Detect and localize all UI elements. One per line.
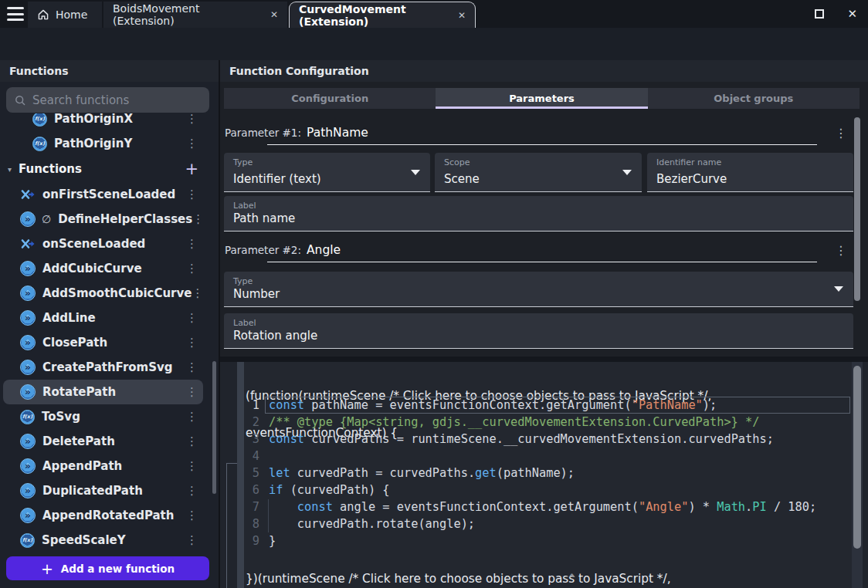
- event-drag-handle[interactable]: [237, 362, 244, 588]
- function-item-tosvg[interactable]: f(x)ToSvg⋮: [3, 404, 203, 429]
- item-menu-button[interactable]: ⋮: [186, 137, 197, 150]
- javascript-code-event[interactable]: (function(runtimeScene /* Click here to …: [244, 362, 852, 588]
- label-field-1[interactable]: Label Path name: [224, 196, 853, 231]
- close-tab-icon[interactable]: ✕: [458, 10, 466, 21]
- sidebar-scrollbar[interactable]: [212, 361, 216, 494]
- tab-parameters[interactable]: Parameters: [436, 88, 647, 109]
- item-menu-button[interactable]: ⋮: [186, 484, 197, 498]
- code-line-6[interactable]: 6if (curvedPath) {: [244, 482, 852, 498]
- parameter-1-menu-button[interactable]: ⋮: [835, 126, 847, 140]
- tab-label: Configuration: [291, 93, 368, 104]
- tab-curvedmovement-active[interactable]: CurvedMovement (Extension) ✕: [289, 2, 476, 28]
- code-line-4[interactable]: 4: [244, 448, 852, 465]
- function-label: onSceneLoaded: [42, 237, 145, 251]
- parameters-scrollbar[interactable]: [854, 117, 860, 301]
- close-window-button[interactable]: ✕: [847, 8, 857, 20]
- add-function-plus-button[interactable]: +: [185, 161, 198, 177]
- code-line-2[interactable]: 2/** @type {Map<string, gdjs.__curvedMov…: [244, 414, 852, 431]
- line-number: 6: [244, 483, 259, 497]
- code-footer[interactable]: })(runtimeScene /* Click here to choose …: [246, 548, 671, 588]
- label-field-2[interactable]: Label Rotation angle: [224, 313, 853, 349]
- search-input[interactable]: [32, 93, 202, 107]
- function-item-addcubiccurve[interactable]: »AddCubicCurve⋮: [3, 256, 203, 281]
- tab-configuration[interactable]: Configuration: [224, 88, 436, 109]
- function-item-createpathfromsvg[interactable]: »CreatePathFromSvg⋮: [3, 355, 203, 380]
- item-menu-button[interactable]: ⋮: [186, 336, 197, 350]
- collapse-arrow-icon[interactable]: ▾: [8, 165, 19, 174]
- action-function-icon: »: [20, 335, 36, 350]
- scope-select[interactable]: Scope Scene: [435, 153, 642, 192]
- functions-section-header[interactable]: ▾Functions+: [0, 156, 212, 182]
- item-menu-button[interactable]: ⋮: [186, 533, 197, 547]
- tab-label: Home: [56, 8, 87, 21]
- identifier-name-field[interactable]: Identifier name BezierCurve: [647, 153, 853, 192]
- function-item-onsceneloaded[interactable]: onSceneLoaded⋮: [3, 231, 203, 256]
- code-line-9[interactable]: 9}: [244, 532, 852, 549]
- type-select-1[interactable]: Type Identifier (text): [224, 153, 430, 192]
- parameter-2-menu-button[interactable]: ⋮: [835, 243, 847, 258]
- item-menu-button[interactable]: ⋮: [186, 509, 197, 522]
- main-menu-icon[interactable]: [7, 7, 24, 21]
- close-tab-icon[interactable]: ✕: [270, 9, 278, 20]
- parameter-2-heading: Parameter #2:Angle: [225, 243, 341, 257]
- function-item-pathoriginx[interactable]: f(x)PathOriginX⋮: [3, 113, 203, 131]
- function-item-closepath[interactable]: »ClosePath⋮: [3, 330, 203, 355]
- maximize-button[interactable]: [815, 9, 824, 19]
- code-text: }: [269, 534, 276, 548]
- item-menu-button[interactable]: ⋮: [186, 113, 197, 126]
- function-item-speedscaley[interactable]: f(x)SpeedScaleY⋮: [3, 528, 203, 553]
- function-item-duplicatedpath[interactable]: »DuplicatedPath⋮: [3, 478, 203, 503]
- tab-object-groups[interactable]: Object groups: [648, 88, 860, 109]
- add-function-label: Add a new function: [61, 563, 175, 575]
- function-item-rotatepath[interactable]: »RotatePath⋮: [3, 380, 203, 404]
- functions-panel-header: Functions: [0, 60, 219, 82]
- item-menu-button[interactable]: ⋮: [186, 434, 197, 448]
- field-value: Number: [233, 287, 280, 301]
- item-menu-button[interactable]: ⋮: [186, 385, 197, 399]
- expression-function-icon: f(x): [32, 137, 47, 151]
- function-item-definehelperclasses[interactable]: »∅DefineHelperClasses⋮: [3, 207, 203, 231]
- item-menu-button[interactable]: ⋮: [186, 262, 197, 275]
- tab-label: CurvedMovement (Extension): [299, 3, 452, 28]
- tab-home[interactable]: Home: [28, 2, 102, 28]
- code-text: const curvedPaths = runtimeScene.__curve…: [269, 432, 774, 446]
- field-label: Label: [233, 201, 256, 211]
- item-menu-button[interactable]: ⋮: [186, 459, 197, 473]
- item-menu-button[interactable]: ⋮: [186, 311, 197, 325]
- code-line-1[interactable]: 1const pathName = eventsFunctionContext.…: [244, 397, 852, 414]
- line-number: 9: [244, 534, 259, 548]
- function-item-pathoriginy[interactable]: f(x)PathOriginY⋮: [3, 131, 203, 156]
- code-scrollbar-thumb[interactable]: [853, 366, 861, 549]
- item-menu-button[interactable]: ⋮: [186, 237, 197, 251]
- gdevelop-window: Home BoidsMovement (Extension) ✕ CurvedM…: [0, 0, 868, 588]
- code-line-3[interactable]: 3const curvedPaths = runtimeScene.__curv…: [244, 431, 852, 448]
- item-menu-button[interactable]: ⋮: [186, 410, 197, 424]
- item-menu-button[interactable]: ⋮: [186, 188, 197, 201]
- parameter-name-input[interactable]: PathName: [307, 126, 368, 140]
- function-item-addline[interactable]: »AddLine⋮: [3, 306, 203, 330]
- tab-boidsmovement[interactable]: BoidsMovement (Extension) ✕: [103, 2, 287, 28]
- item-menu-button[interactable]: ⋮: [186, 360, 197, 374]
- field-label: Type: [233, 276, 253, 286]
- field-label: Identifier name: [656, 157, 721, 167]
- add-new-function-button[interactable]: + Add a new function: [6, 556, 209, 580]
- code-line-8[interactable]: 8 curvedPath.rotate(angle);: [244, 515, 852, 532]
- function-label: DeletePath: [42, 434, 115, 448]
- function-item-appendpath[interactable]: »AppendPath⋮: [3, 454, 203, 478]
- function-item-onfirstsceneloaded[interactable]: onFirstSceneLoaded⋮: [3, 182, 203, 207]
- code-line-5[interactable]: 5let curvedPath = curvedPaths.get(pathNa…: [244, 465, 852, 482]
- item-menu-button[interactable]: ⋮: [192, 212, 203, 226]
- search-functions-box[interactable]: [6, 87, 209, 113]
- code-lines[interactable]: 1const pathName = eventsFunctionContext.…: [244, 397, 852, 549]
- function-item-deletepath[interactable]: »DeletePath⋮: [3, 429, 203, 454]
- section-label: Functions: [19, 162, 82, 176]
- parameter-name-input[interactable]: Angle: [307, 243, 341, 257]
- function-item-appendrotatedpath[interactable]: »AppendRotatedPath⋮: [3, 503, 203, 528]
- dropdown-arrow-icon: [622, 170, 632, 175]
- function-label: PathOriginX: [54, 113, 133, 126]
- type-select-2[interactable]: Type Number: [224, 272, 853, 307]
- code-line-7[interactable]: 7 const angle = eventsFunctionContext.ge…: [244, 498, 852, 515]
- collapse-editor-button[interactable]: ^: [568, 572, 575, 586]
- item-menu-button[interactable]: ⋮: [192, 286, 202, 300]
- function-item-addsmoothcubiccurve[interactable]: »AddSmoothCubicCurve⋮: [3, 281, 203, 306]
